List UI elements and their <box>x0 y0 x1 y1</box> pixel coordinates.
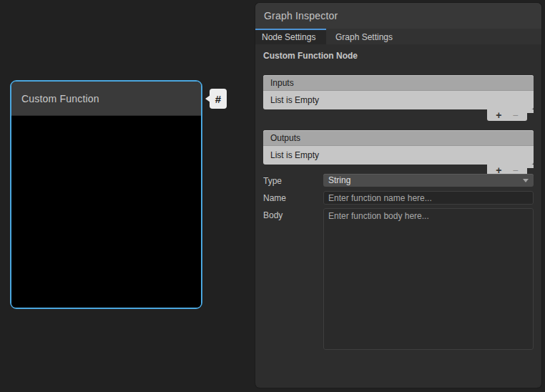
chevron-down-icon <box>523 179 529 182</box>
inputs-list-footer: + − <box>487 109 527 121</box>
custom-function-node[interactable]: Custom Function <box>10 80 202 309</box>
hash-badge-icon[interactable]: # <box>210 89 227 109</box>
remove-input-button[interactable]: − <box>513 109 519 121</box>
body-label: Body <box>263 208 323 220</box>
body-row: Body <box>263 208 534 350</box>
inputs-list: Inputs List is Empty + − <box>263 75 534 109</box>
type-row: Type String <box>263 174 534 187</box>
node-preview-body <box>11 116 201 308</box>
body-textarea[interactable] <box>323 208 534 350</box>
outputs-list-empty-row: List is Empty <box>263 146 534 165</box>
panel-titlebar[interactable]: Graph Inspector <box>255 3 541 29</box>
panel-title: Graph Inspector <box>264 10 338 21</box>
inputs-list-empty-row: List is Empty <box>263 91 534 109</box>
name-label: Name <box>263 191 323 203</box>
section-title: Custom Function Node <box>263 51 534 61</box>
inputs-list-header: Inputs <box>263 75 534 91</box>
tabstrip: Node Settings Graph Settings <box>255 29 541 44</box>
inputs-footer-connector <box>527 109 534 113</box>
type-label: Type <box>263 174 323 186</box>
node-header[interactable]: Custom Function <box>11 82 201 116</box>
outputs-list-header: Outputs <box>263 130 534 146</box>
panel-content: Custom Function Node Inputs List is Empt… <box>255 51 541 350</box>
tab-graph-settings[interactable]: Graph Settings <box>326 29 402 44</box>
outputs-list: Outputs List is Empty + − <box>263 130 534 165</box>
add-input-button[interactable]: + <box>496 109 501 121</box>
function-form: Type String Name Body <box>263 174 534 350</box>
outputs-footer-connector <box>527 165 534 168</box>
node-title: Custom Function <box>21 93 99 104</box>
type-dropdown-value: String <box>328 175 350 185</box>
type-dropdown[interactable]: String <box>323 174 534 187</box>
name-input[interactable] <box>323 191 534 205</box>
tab-node-settings[interactable]: Node Settings <box>255 29 326 44</box>
name-row: Name <box>263 191 534 205</box>
graph-inspector-panel: Graph Inspector Node Settings Graph Sett… <box>255 3 541 388</box>
